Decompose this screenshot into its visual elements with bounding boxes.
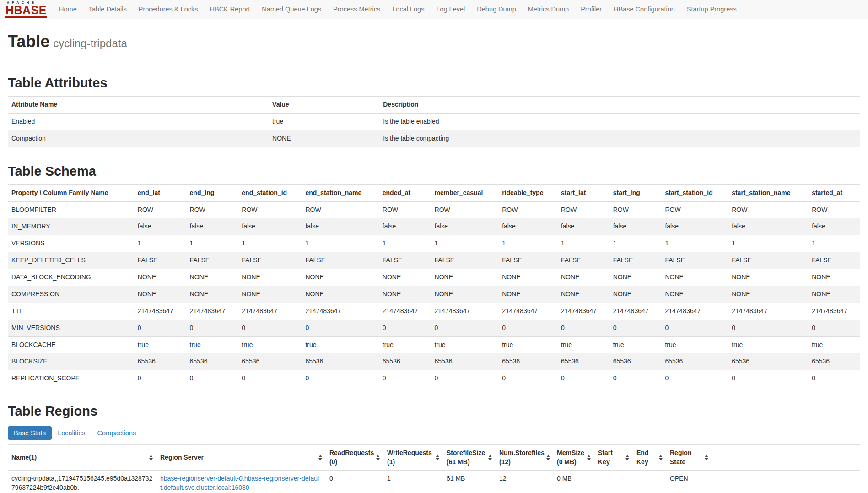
sort-icon <box>149 455 153 460</box>
property-name-cell: DATA_BLOCK_ENCODING <box>8 269 134 286</box>
nav-item-hbase-configuration[interactable]: HBase Configuration <box>608 0 681 19</box>
column-family-header-end-lng: end_lng <box>186 184 238 201</box>
tab-compactions[interactable]: Compactions <box>92 426 142 440</box>
property-value-cell: NONE <box>238 286 302 303</box>
nav-item-home[interactable]: Home <box>53 0 83 19</box>
property-value-cell: 65536 <box>808 353 860 370</box>
property-value-cell: true <box>431 336 499 353</box>
region-cell: 1 <box>383 471 443 493</box>
property-value-cell: NONE <box>498 269 557 286</box>
property-value-cell: 1 <box>134 235 186 252</box>
sort-icon <box>376 455 380 460</box>
property-value-cell: ROW <box>808 201 860 218</box>
page-title-text: Table <box>8 32 49 51</box>
nav-item-log-level[interactable]: Log Level <box>430 0 471 19</box>
sort-up-arrow-icon <box>376 455 380 457</box>
region-cell <box>594 471 633 493</box>
property-value-cell: 0 <box>728 370 808 387</box>
property-value-cell: 1 <box>557 235 609 252</box>
sort-up-arrow-icon <box>318 455 322 457</box>
property-value-cell: ROW <box>557 201 609 218</box>
sort-icon <box>488 455 492 460</box>
nav-item-startup-progress[interactable]: Startup Progress <box>681 0 743 19</box>
table-attributes-table: Attribute NameValueDescription Enabledtr… <box>8 96 860 147</box>
property-value-cell: true <box>134 336 186 353</box>
schema-row: BLOCKCACHEtruetruetruetruetruetruetruetr… <box>8 336 860 353</box>
nav-list-item: Metrics Dump <box>522 0 575 19</box>
region-server-link[interactable]: hbase-regionserver-default-0.hbase-regio… <box>160 475 319 491</box>
nav-item-hbck-report[interactable]: HBCK Report <box>204 0 256 19</box>
page-header: Tablecycling-tripdata <box>8 19 860 59</box>
schema-row: IN_MEMORYfalsefalsefalsefalsefalsefalsef… <box>8 218 860 235</box>
nav-list-item: HBase Configuration <box>608 0 681 19</box>
property-value-cell: ROW <box>186 201 238 218</box>
property-value-cell: 65536 <box>557 353 609 370</box>
property-value-cell: false <box>498 218 557 235</box>
property-name-cell: REPLICATION_SCOPE <box>8 370 134 387</box>
column-family-header-end-lat: end_lat <box>134 184 186 201</box>
property-value-cell: FALSE <box>186 252 238 269</box>
column-header-wrap: Region State <box>670 449 708 466</box>
nav-item-table-details[interactable]: Table Details <box>83 0 133 19</box>
nav-list-item: Home <box>53 0 83 19</box>
column-header-wrap: Num.Storefiles (12) <box>499 449 550 466</box>
attribute-row: EnabledtrueIs the table enabled <box>8 113 860 130</box>
column-header-label: Start Key <box>598 449 624 466</box>
property-name-cell: IN_MEMORY <box>8 218 134 235</box>
property-value-cell: true <box>302 336 378 353</box>
property-value-cell: true <box>379 336 431 353</box>
sortable-column-header-end-key[interactable]: End Key <box>633 445 666 471</box>
sortable-column-header-region-state[interactable]: Region State <box>666 445 712 471</box>
schema-heading: Table Schema <box>8 164 860 179</box>
sortable-column-header-name-1[interactable]: Name(1) <box>8 445 156 471</box>
sort-down-arrow-icon <box>625 458 629 460</box>
sortable-column-header-num-storefiles-12[interactable]: Num.Storefiles (12) <box>496 445 553 471</box>
nav-item-procedures-locks[interactable]: Procedures & Locks <box>133 0 204 19</box>
sortable-column-header-storefilesize-61-mb[interactable]: StorefileSize (61 MB) <box>443 445 496 471</box>
property-value-cell: NONE <box>379 269 431 286</box>
nav-item-process-metrics[interactable]: Process Metrics <box>327 0 386 19</box>
nav-item-metrics-dump[interactable]: Metrics Dump <box>522 0 575 19</box>
sortable-column-header-region-server[interactable]: Region Server <box>156 445 326 471</box>
property-value-cell: ROW <box>302 201 378 218</box>
column-header-wrap: ReadRequests (0) <box>329 449 380 466</box>
tab-base-stats[interactable]: Base Stats <box>8 426 52 440</box>
nav-list-item: Log Level <box>430 0 471 19</box>
nav-list-item: Procedures & Locks <box>133 0 204 19</box>
property-value-cell: 1 <box>609 235 662 252</box>
property-value-cell: NONE <box>134 286 186 303</box>
property-value-cell: false <box>238 218 302 235</box>
property-value-cell: false <box>661 218 728 235</box>
tab-localities[interactable]: Localities <box>52 426 91 440</box>
sort-up-arrow-icon <box>587 455 591 457</box>
property-value-cell: 0 <box>557 370 609 387</box>
column-family-header-start-lat: start_lat <box>557 184 609 201</box>
column-header-label: ReadRequests (0) <box>329 449 374 466</box>
property-value-cell: ROW <box>609 201 662 218</box>
nav-item-local-logs[interactable]: Local Logs <box>386 0 430 19</box>
property-value-cell: FALSE <box>728 252 808 269</box>
region-row: cycling-tripdata,,1719475156245.e95d0a13… <box>8 471 860 493</box>
sort-up-arrow-icon <box>488 455 492 457</box>
property-value-cell: false <box>186 218 238 235</box>
property-value-cell: 65536 <box>302 353 378 370</box>
property-value-cell: 1 <box>186 235 238 252</box>
property-value-cell: 65536 <box>609 353 662 370</box>
nav-item-named-queue-logs[interactable]: Named Queue Logs <box>256 0 327 19</box>
property-value-cell: NONE <box>808 269 860 286</box>
property-value-cell: FALSE <box>302 252 378 269</box>
sortable-column-header-start-key[interactable]: Start Key <box>594 445 633 471</box>
attribute-cell: Enabled <box>8 113 269 130</box>
schema-row: DATA_BLOCK_ENCODINGNONENONENONENONENONEN… <box>8 269 860 286</box>
sortable-column-header-writerequests-1[interactable]: WriteRequests (1) <box>383 445 443 471</box>
attributes-header-row: Attribute NameValueDescription <box>8 97 860 114</box>
nav-item-profiler[interactable]: Profiler <box>575 0 608 19</box>
sort-icon <box>625 455 629 460</box>
nav-item-debug-dump[interactable]: Debug Dump <box>471 0 522 19</box>
hbase-logo[interactable]: APACHE HBASE <box>5 1 47 18</box>
sortable-column-header-memsize-0-mb[interactable]: MemSize (0 MB) <box>553 445 594 471</box>
property-value-cell: 1 <box>498 235 557 252</box>
column-header-label: MemSize (0 MB) <box>557 449 585 466</box>
region-cell: OPEN <box>666 471 712 493</box>
sortable-column-header-readrequests-0[interactable]: ReadRequests (0) <box>326 445 383 471</box>
